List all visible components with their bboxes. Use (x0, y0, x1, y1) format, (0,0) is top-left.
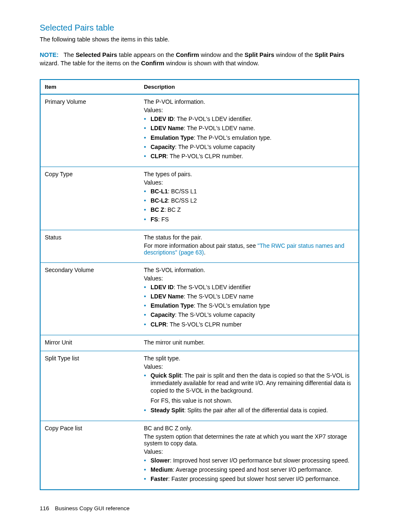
table-row: Secondary Volume The S-VOL information. … (40, 262, 359, 335)
item-cell: Copy Type (40, 167, 140, 230)
desc-cell: The split type. Values: Quick Split: The… (140, 351, 359, 421)
desc-text: Values: (144, 179, 354, 186)
desc-cell: BC and BC Z only. The system option that… (140, 421, 359, 490)
list-item: FS: FS (144, 216, 354, 223)
item-cell: Mirror Unit (40, 335, 140, 351)
note-block: NOTE: The Selected Pairs table appears o… (40, 51, 359, 67)
desc-text: For FS, this value is not shown. (151, 397, 354, 404)
desc-cell: The S-VOL information. Values: LDEV ID: … (140, 262, 359, 335)
desc-text: BC and BC Z only. (144, 425, 354, 432)
item-cell: Secondary Volume (40, 262, 140, 335)
list-item: BC Z: BC Z (144, 206, 354, 213)
desc-text: The system option that determines the ra… (144, 433, 354, 447)
list-item: BC-L2: BC/SS L2 (144, 197, 354, 204)
list-item: Capacity: The P-VOL's volume capacity (144, 143, 354, 151)
desc-text: The mirror unit number. (144, 339, 354, 346)
section-heading: Selected Pairs table (40, 23, 359, 33)
note-text: The Selected Pairs table appears on the … (40, 51, 344, 67)
desc-text: The S-VOL information. (144, 267, 354, 273)
desc-text: The P-VOL information. (144, 98, 354, 105)
table-row: Copy Pace list BC and BC Z only. The sys… (40, 421, 359, 490)
page-footer: 116 Business Copy GUI reference (40, 505, 359, 511)
list-item: Capacity: The S-VOL's volume capacity (144, 311, 354, 319)
bullet-list: Quick Split: The pair is split and then … (144, 372, 354, 414)
item-cell: Status (40, 230, 140, 262)
item-cell: Primary Volume (40, 94, 140, 167)
desc-text: The types of pairs. (144, 171, 354, 177)
desc-text: The split type. (144, 355, 354, 362)
list-item: Steady Split: Splits the pair after all … (144, 406, 354, 414)
table-row: Split Type list The split type. Values: … (40, 351, 359, 421)
list-item: BC-L1: BC/SS L1 (144, 188, 354, 195)
bullet-list: LDEV ID: The P-VOL's LDEV identifier. LD… (144, 115, 354, 160)
header-description: Description (140, 80, 359, 94)
desc-text: Values: (144, 275, 354, 282)
list-item: Emulation Type: The S-VOL's emulation ty… (144, 302, 354, 309)
item-cell: Split Type list (40, 351, 140, 421)
list-item: CLPR: The P-VOL's CLPR number. (144, 152, 354, 160)
desc-text: Values: (144, 363, 354, 370)
list-item: Faster: Faster processing speed but slow… (144, 475, 354, 483)
selected-pairs-table: Item Description Primary Volume The P-VO… (40, 79, 359, 490)
list-item: LDEV ID: The S-VOL's LDEV identifier (144, 283, 354, 291)
list-item: LDEV Name: The S-VOL's LDEV name (144, 293, 354, 300)
page-number: 116 (40, 505, 49, 511)
table-row: Mirror Unit The mirror unit number. (40, 335, 359, 351)
desc-cell: The status for the pair. For more inform… (140, 230, 359, 262)
footer-title: Business Copy GUI reference (55, 505, 130, 511)
table-row: Copy Type The types of pairs. Values: BC… (40, 167, 359, 230)
list-item: CLPR: The S-VOL's CLPR number (144, 321, 354, 328)
header-item: Item (40, 80, 140, 94)
table-row: Primary Volume The P-VOL information. Va… (40, 94, 359, 167)
desc-cell: The P-VOL information. Values: LDEV ID: … (140, 94, 359, 167)
desc-cell: The mirror unit number. (140, 335, 359, 351)
table-row: Status The status for the pair. For more… (40, 230, 359, 262)
list-item: LDEV Name: The P-VOL's LDEV name. (144, 124, 354, 132)
table-header-row: Item Description (40, 80, 359, 94)
desc-text: The status for the pair. (144, 234, 354, 241)
desc-text: For more information about pair status, … (144, 242, 354, 256)
list-item: Medium: Average processing speed and hos… (144, 466, 354, 473)
list-item: Slower: Improved host server I/O perform… (144, 457, 354, 464)
desc-text: Values: (144, 107, 354, 113)
item-cell: Copy Pace list (40, 421, 140, 490)
list-item: Emulation Type: The P-VOL's emulation ty… (144, 134, 354, 141)
desc-cell: The types of pairs. Values: BC-L1: BC/SS… (140, 167, 359, 230)
bullet-list: LDEV ID: The S-VOL's LDEV identifier LDE… (144, 283, 354, 328)
note-label: NOTE: (40, 51, 59, 58)
desc-text: Values: (144, 448, 354, 455)
list-item: LDEV ID: The P-VOL's LDEV identifier. (144, 115, 354, 123)
bullet-list: Slower: Improved host server I/O perform… (144, 457, 354, 483)
bullet-list: BC-L1: BC/SS L1 BC-L2: BC/SS L2 BC Z: BC… (144, 188, 354, 223)
list-item: Quick Split: The pair is split and then … (144, 372, 354, 405)
intro-text: The following table shows the items in t… (40, 36, 359, 43)
